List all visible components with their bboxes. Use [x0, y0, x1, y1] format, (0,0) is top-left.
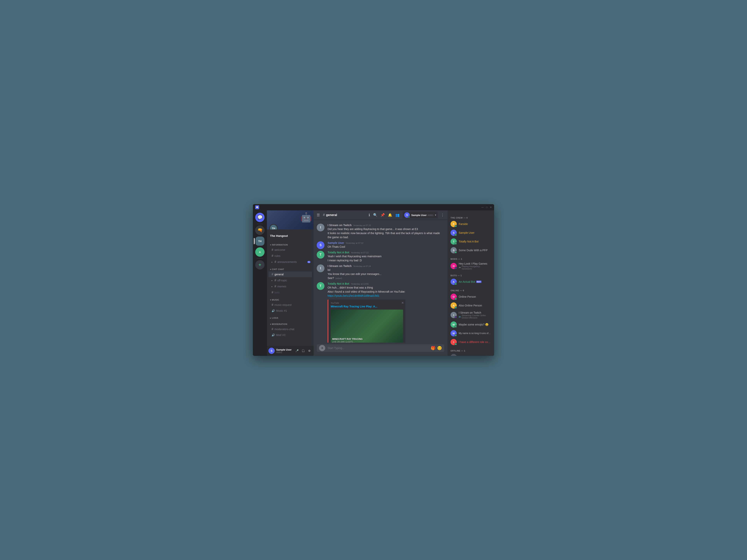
profile-name-display: Sample User #0001	[411, 213, 433, 217]
member-item[interactable]: A An Actual Bot BOT	[449, 277, 493, 286]
chat-input-wrapper: + 🎁 😊	[317, 344, 444, 352]
message-author[interactable]: Totally Not A Bot	[328, 251, 349, 254]
member-item[interactable]: I I Stream on Twitch 📺 Streaming Counter…	[449, 310, 493, 320]
member-item[interactable]: F Farside	[449, 220, 493, 228]
user-profile-button[interactable]: S Sample User #0001 ▾	[403, 212, 438, 218]
channel-bots[interactable]: # bots	[268, 290, 312, 295]
chat-input[interactable]	[328, 344, 428, 352]
member-item[interactable]: H Hey Look I Play Games 🎮 Playing Insurg…	[449, 261, 493, 271]
message-author[interactable]: I Stream on Twitch	[328, 223, 352, 227]
pin-icon[interactable]: 📌	[381, 213, 385, 217]
channel-mod-vc[interactable]: 🔊 Mod VC	[268, 332, 312, 338]
message-author[interactable]: Totally Not A Bot	[328, 282, 349, 285]
server-icon-home[interactable]: 💬	[255, 213, 264, 222]
message-author[interactable]: Sample User	[328, 241, 344, 244]
notification-icon[interactable]: 🔔	[388, 213, 392, 217]
channel-announcements[interactable]: ▸ # announcements 1	[268, 259, 312, 265]
members-icon[interactable]: 👥	[395, 213, 400, 217]
member-item[interactable]: A Also Online Person	[449, 301, 493, 310]
message-text: You know that you can edit your messages…	[328, 272, 444, 276]
member-name: An Actual Bot BOT	[459, 280, 491, 283]
channel-name-welcome: welcome	[275, 248, 285, 251]
server-add-button[interactable]: +	[255, 260, 264, 269]
youtube-link[interactable]: https://youtu.be/u1he1dn98dh1id9nad19d1	[328, 294, 379, 297]
channel-off-topic[interactable]: ▸ # off-topic	[268, 277, 312, 283]
member-item[interactable]: M My name is so long it runs off of...	[449, 329, 493, 338]
channel-memes[interactable]: ▸ # memes	[268, 284, 312, 289]
emoji-icon[interactable]: 😊	[437, 346, 442, 350]
input-add-button[interactable]: +	[319, 345, 325, 351]
embed-provider: YouTube	[331, 302, 403, 304]
hash-icon: #	[275, 278, 276, 282]
server-name-display[interactable]: The Hangout	[267, 233, 314, 239]
member-item[interactable]: S Sample User	[449, 229, 493, 237]
category-chit-chat[interactable]: ▾ CHIT CHAT	[267, 265, 314, 271]
chevron-icon: ▾	[270, 299, 271, 301]
info-icon[interactable]: ℹ	[369, 213, 370, 217]
channel-welcome[interactable]: # welcome	[268, 247, 312, 253]
member-status-text: 📺 Streaming Counter Strike: Global Offen…	[459, 314, 491, 319]
member-item[interactable]: O Oh cool, I am offline	[449, 353, 493, 356]
app-window: 💬 — □ ✕ 💬 🔫 TH A +	[253, 204, 494, 356]
mute-button[interactable]: 🎤	[294, 348, 300, 353]
member-item[interactable]: M Maybe some emojis? 😄	[449, 320, 493, 329]
server-divider	[257, 223, 263, 224]
minimize-button[interactable]: —	[482, 206, 484, 209]
message-group: T Totally Not A Bot Yesterday at 07:22 Y…	[314, 250, 447, 263]
member-section-online: ONLINE — 6	[449, 286, 493, 292]
category-logs[interactable]: ▸ LOGS	[267, 314, 314, 320]
channel-name-mod-vc: Mod VC	[276, 334, 286, 337]
embed-thumbnail[interactable]: ▶ MINECRAFT RAY TRACING LIVE ON 2080 11/…	[331, 310, 403, 343]
status-dot	[455, 234, 457, 236]
deafen-button[interactable]: 🎧	[300, 348, 306, 353]
window-controls: — □ ✕	[482, 206, 492, 209]
category-information[interactable]: ▾ INFORMATION	[267, 241, 314, 247]
message-text: Oh huh... didn't know that was a thing	[328, 286, 444, 290]
channel-moderators-chat[interactable]: # moderators-chat	[268, 326, 312, 332]
member-item[interactable]: T Totally Not A Bot	[449, 237, 493, 246]
hamburger-button[interactable]: ☰	[317, 213, 320, 217]
member-name: Maybe some emojis? 😄	[459, 323, 491, 326]
channel-name-general: general	[275, 273, 284, 276]
category-music[interactable]: ▾ MUSIC	[267, 296, 314, 302]
search-icon[interactable]: 🔍	[373, 213, 378, 217]
hash-icon: #	[272, 248, 273, 251]
member-info: Oh cool, I am offline	[459, 355, 491, 356]
channel-music-vc[interactable]: 🔊 Music #1	[268, 308, 312, 314]
server-icon-hangout[interactable]: TH	[255, 236, 264, 246]
server-icon-another[interactable]: A	[255, 247, 264, 257]
status-dot	[455, 343, 457, 345]
settings-button[interactable]: ⚙	[307, 348, 312, 353]
gift-icon[interactable]: 🎁	[431, 346, 436, 350]
category-moderation[interactable]: ▾ MODERATION	[267, 320, 314, 326]
server-icon-csgo[interactable]: 🔫	[255, 225, 264, 235]
message-text: It looks so realistic now because of the…	[328, 231, 444, 239]
status-dot	[455, 267, 457, 269]
status-dot	[455, 283, 457, 285]
channel-general[interactable]: # general	[268, 271, 312, 277]
message-author[interactable]: I Stream on Twitch	[328, 264, 352, 268]
embed-title[interactable]: Minecraft Ray Tracing Live Play: A...	[331, 305, 403, 308]
member-avatar: M	[450, 321, 457, 328]
message-header: I Stream on Twitch Yesterday at 07:24	[328, 264, 444, 268]
more-options-icon[interactable]: ⋮	[441, 213, 444, 217]
maximize-button[interactable]: □	[486, 206, 488, 209]
channel-music-request[interactable]: # music-request	[268, 302, 312, 308]
member-info: I Stream on Twitch 📺 Streaming Counter S…	[459, 311, 491, 319]
channel-name-off-topic: off-topic	[277, 279, 287, 282]
embed-close-button[interactable]: ✕	[401, 301, 404, 305]
hash-icon: #	[275, 260, 276, 264]
channel-sidebar: 🤖 TH The Hangout ▾ INFORMATION # welcome…	[267, 210, 314, 356]
member-section-offline: OFFLINE — 1	[449, 347, 493, 353]
channel-rules[interactable]: # rules	[268, 253, 312, 259]
member-info: An Actual Bot BOT	[459, 280, 491, 283]
member-item[interactable]: O Online Person	[449, 292, 493, 301]
message-avatar: S	[317, 241, 325, 249]
user-tag: #0001	[276, 351, 292, 353]
member-item[interactable]: S Some Dude With a PFP	[449, 246, 493, 255]
member-item[interactable]: I I have a different role color!	[449, 338, 493, 346]
close-button[interactable]: ✕	[490, 206, 492, 209]
member-avatar: O	[450, 294, 457, 300]
member-info: Some Dude With a PFP	[459, 249, 491, 252]
member-name: Also Online Person	[459, 304, 491, 307]
